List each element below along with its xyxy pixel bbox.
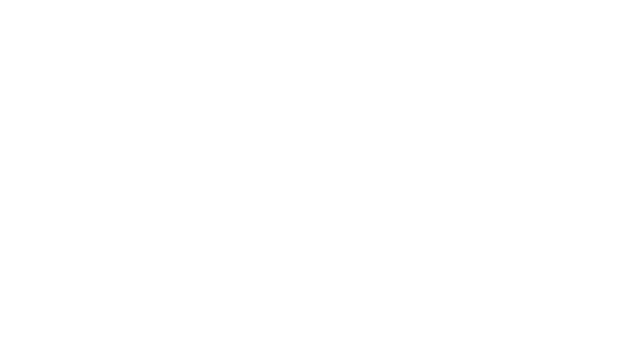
- reflexw-window: [0, 0, 644, 349]
- colorbar-labels: [621, 84, 644, 281]
- radargram-canvas: [24, 35, 594, 171]
- colorbar-canvas: [603, 84, 619, 281]
